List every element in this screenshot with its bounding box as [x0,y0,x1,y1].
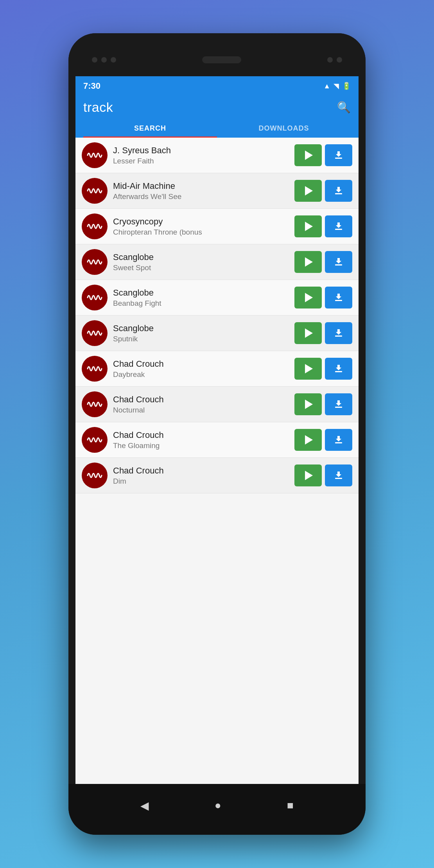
phone-nav-bar: ◀ ● ■ [68,784,366,835]
svg-rect-1 [335,193,342,194]
signal-icon: ◥ [334,82,339,90]
download-icon [333,185,344,196]
play-button[interactable] [294,429,322,451]
list-item: Chad Crouch Nocturnal [75,387,359,422]
play-button[interactable] [294,287,322,308]
track-title: Beanbag Fight [113,299,289,308]
sensor [101,57,107,63]
play-button[interactable] [294,215,322,237]
play-button[interactable] [294,322,322,344]
track-buttons [294,429,352,451]
back-button[interactable]: ◀ [140,799,149,812]
play-icon [305,222,313,231]
track-artist: Chad Crouch [113,430,289,440]
download-icon [333,399,344,410]
home-button[interactable]: ● [215,799,221,812]
battery-icon: 🔋 [342,82,351,90]
tab-search[interactable]: SEARCH [83,119,217,138]
speaker [202,56,241,63]
play-button[interactable] [294,464,322,486]
track-info: J. Syreus Bach Lesser Faith [113,145,289,165]
download-button[interactable] [325,251,352,273]
download-button[interactable] [325,180,352,202]
svg-rect-3 [335,264,342,265]
track-buttons [294,251,352,273]
list-item: Chad Crouch The Gloaming [75,422,359,458]
camera-right-dot [327,57,333,63]
track-title: Nocturnal [113,406,289,414]
camera-right-dot2 [337,57,342,63]
track-avatar [82,178,108,204]
download-icon [333,328,344,339]
play-icon [305,293,313,302]
play-button[interactable] [294,393,322,415]
play-icon [305,364,313,373]
play-button[interactable] [294,358,322,380]
camera-left [92,57,116,63]
recent-button[interactable]: ■ [287,799,294,812]
download-button[interactable] [325,429,352,451]
play-button[interactable] [294,251,322,273]
track-avatar [82,142,108,168]
track-artist: Scanglobe [113,252,289,262]
download-icon [333,470,344,481]
track-title: Sputnik [113,335,289,343]
sensor2 [111,57,116,63]
download-button[interactable] [325,215,352,237]
svg-rect-8 [335,442,342,443]
track-title: Lesser Faith [113,157,289,165]
status-icons: ▲ ◥ 🔋 [323,82,351,90]
download-button[interactable] [325,287,352,308]
track-avatar [82,391,108,417]
track-avatar [82,320,108,346]
app-title: track [83,100,113,115]
phone-frame: 7:30 ▲ ◥ 🔋 track 🔍 SEARCH DOWNLOADS [68,33,366,835]
track-buttons [294,287,352,308]
list-item: J. Syreus Bach Lesser Faith [75,138,359,173]
download-icon [333,363,344,374]
tab-bar: SEARCH DOWNLOADS [83,119,351,138]
svg-rect-4 [335,300,342,301]
track-avatar [82,249,108,275]
front-camera [92,57,97,63]
track-info: Chad Crouch Daybreak [113,359,289,379]
svg-rect-0 [335,158,342,159]
phone-top-bar [68,33,366,76]
download-button[interactable] [325,144,352,166]
play-icon [305,257,313,267]
track-buttons [294,180,352,202]
download-icon [333,434,344,445]
track-artist: Chad Crouch [113,359,289,369]
track-list: J. Syreus Bach Lesser Faith Mid-Air Mach… [75,138,359,784]
play-button[interactable] [294,180,322,202]
download-button[interactable] [325,464,352,486]
track-artist: Scanglobe [113,288,289,298]
track-info: Cryosyncopy Chiropteran Throne (bonus [113,217,289,237]
app-header: track 🔍 SEARCH DOWNLOADS [75,96,359,138]
play-button[interactable] [294,144,322,166]
track-artist: J. Syreus Bach [113,145,289,156]
download-button[interactable] [325,322,352,344]
list-item: Scanglobe Sputnik [75,316,359,351]
download-icon [333,256,344,267]
search-icon[interactable]: 🔍 [337,101,351,114]
track-avatar [82,356,108,382]
download-button[interactable] [325,393,352,415]
track-buttons [294,464,352,486]
download-icon [333,221,344,232]
track-title: Sweet Spot [113,264,289,272]
track-title: Afterwards We'll See [113,192,289,201]
track-artist: Cryosyncopy [113,217,289,227]
list-item: Scanglobe Beanbag Fight [75,280,359,316]
track-info: Chad Crouch The Gloaming [113,430,289,450]
svg-rect-2 [335,229,342,230]
track-info: Scanglobe Sweet Spot [113,252,289,272]
download-button[interactable] [325,358,352,380]
track-title: Daybreak [113,370,289,379]
tab-downloads[interactable]: DOWNLOADS [217,119,351,138]
list-item: Cryosyncopy Chiropteran Throne (bonus [75,209,359,244]
svg-rect-6 [335,371,342,372]
track-avatar [82,463,108,488]
wifi-icon: ▲ [323,82,330,90]
track-buttons [294,215,352,237]
